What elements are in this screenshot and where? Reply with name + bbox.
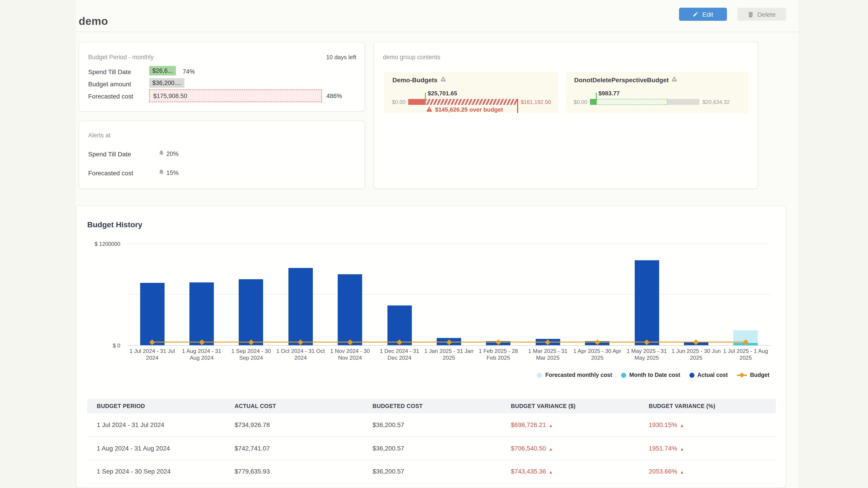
table-cell: 1 Aug 2024 - 31 Aug 2024 — [87, 445, 225, 452]
spend-marker — [596, 93, 597, 105]
legend-item-actual-cost[interactable]: Actual cost — [689, 372, 728, 378]
gauge-current-value: $983.77 — [598, 90, 620, 97]
x-axis-label: 1 Jun 2025 - 30 Jun 2025 — [671, 348, 721, 361]
variance-cell: $743,435.36▲ — [501, 468, 639, 475]
budget-line-swatch — [737, 372, 747, 378]
alert-spend-label: Spend Till Date — [88, 151, 131, 158]
budget-period-card: Budget Period - monthly 10 days left Spe… — [79, 42, 365, 111]
x-axis-label: 1 Mar 2025 - 31 Mar 2025 — [523, 348, 572, 361]
forecasted-cost-value: $175,908.50 — [149, 90, 322, 102]
budget-amount-value: $36,200.... — [149, 78, 184, 88]
delete-button[interactable]: Delete — [737, 8, 786, 21]
legend-dot — [689, 372, 694, 378]
legend-label: Month to Date cost — [629, 372, 680, 378]
forecasted-cost-label: Forecasted cost — [88, 93, 133, 100]
gauge-current-value: $25,701.65 — [428, 90, 457, 97]
table-row: 1 Sep 2024 - 30 Sep 2024$779,635.93$36,2… — [87, 460, 776, 483]
alert-forecast-value: 15% — [159, 169, 179, 176]
group-contents-title: demo group contents — [383, 54, 440, 61]
legend-item-budget[interactable]: Budget — [737, 372, 770, 378]
table-cell: $36,200.57 — [363, 468, 501, 475]
budget-history-table: BUDGET PERIOD ACTUAL COST BUDGETED COST … — [87, 399, 776, 483]
budget-history-chart: $ 1200000 $ 0 1 Jul 2024 - 31 Jul 20241 … — [76, 205, 786, 395]
table-cell: $36,200.57 — [363, 421, 501, 429]
forecast-overage-segment — [426, 99, 518, 105]
legend-label: Forecasted monthly cost — [545, 372, 612, 378]
x-axis-label: 1 Apr 2025 - 30 Apr 2025 — [572, 348, 622, 361]
legend-label: Budget — [750, 372, 770, 378]
header-divider — [76, 32, 798, 32]
col-header-budget-period: BUDGET PERIOD — [87, 403, 225, 410]
variance-cell: 1951.74%▲ — [639, 445, 775, 452]
gridline-mid — [127, 294, 770, 295]
table-cell: $734,926.78 — [225, 421, 363, 429]
up-arrow-icon: ▲ — [549, 424, 553, 428]
table-cell: 1 Sep 2024 - 30 Sep 2024 — [87, 468, 225, 475]
actual-cost-bar — [338, 274, 362, 345]
trash-icon — [748, 11, 754, 18]
hierarchy-icon — [440, 76, 446, 84]
gauge-donotdelete-budget[interactable]: DonotDeletePerspectiveBudget $983.77 $0.… — [566, 72, 749, 113]
col-header-budgeted-cost: BUDGETED COST — [363, 403, 501, 410]
legend-label: Actual cost — [698, 372, 728, 378]
variance-cell: 2053.66%▲ — [639, 468, 775, 475]
gridline-top — [127, 243, 770, 244]
budget-name[interactable]: Demo-Budgets — [393, 76, 437, 84]
up-arrow-icon: ▲ — [680, 447, 684, 451]
legend-item-forecasted-monthly-cost[interactable]: Forecasted monthly cost — [537, 372, 612, 378]
alerts-card: Alerts at Spend Till Date 20% Forecasted… — [79, 121, 365, 189]
bell-icon — [159, 169, 164, 176]
group-contents-card: demo group contents Demo-Budgets $25,701… — [373, 42, 758, 189]
actual-cost-bar — [387, 306, 412, 346]
table-header-row: BUDGET PERIOD ACTUAL COST BUDGETED COST … — [87, 399, 776, 414]
spend-segment — [590, 99, 596, 105]
gauge-demo-budgets[interactable]: Demo-Budgets $25,701.65 $0.00 $161,192.5… — [384, 72, 558, 113]
x-axis-label: 1 Oct 2024 - 31 Oct 2024 — [276, 348, 325, 361]
warning-icon — [427, 106, 432, 113]
budget-period-title: Budget Period - monthly — [88, 54, 154, 61]
table-cell: $779,635.93 — [225, 468, 363, 475]
forecasted-cost-percent: 486% — [327, 93, 342, 99]
table-cell: $36,200.57 — [363, 445, 501, 452]
gauge-max-label: $161,192.50 — [521, 99, 551, 105]
col-header-actual-cost: ACTUAL COST — [225, 403, 363, 410]
actual-cost-bar — [288, 268, 313, 345]
legend-dot — [621, 372, 626, 378]
bell-icon — [159, 150, 164, 157]
hierarchy-icon — [672, 76, 677, 84]
gauge-min-label: $0.00 — [574, 99, 587, 105]
gauge-bar — [408, 99, 518, 105]
y-tick-max: $ 1200000 — [76, 241, 120, 247]
legend-dot — [537, 372, 542, 378]
col-header-variance-usd: BUDGET VARIANCE ($) — [501, 403, 639, 410]
gauge-bar — [590, 99, 700, 105]
spend-till-date-value: $26,6... — [149, 66, 176, 75]
legend-item-month-to-date-cost[interactable]: Month to Date cost — [621, 372, 680, 378]
x-axis-label: 1 Jul 2024 - 31 Jul 2024 — [127, 348, 177, 361]
col-header-variance-pct: BUDGET VARIANCE (%) — [639, 403, 775, 410]
x-axis-label: 1 Sep 2024 - 30 Sep 2024 — [226, 348, 276, 361]
page-title: demo — [79, 15, 108, 28]
actual-cost-bar — [140, 283, 164, 345]
actual-cost-bar — [239, 279, 264, 345]
variance-cell: $706,540.50▲ — [501, 445, 639, 452]
table-cell: 1 Jul 2024 - 31 Jul 2024 — [87, 421, 225, 429]
table-body: 1 Jul 2024 - 31 Jul 2024$734,926.78$36,2… — [87, 414, 776, 483]
x-axis-label: 1 May 2025 - 31 May 2025 — [622, 348, 672, 361]
up-arrow-icon: ▲ — [680, 470, 684, 475]
over-budget-alert: $145,626.25 over budget — [384, 106, 545, 113]
gauge-max-label: $20,634.32 — [703, 99, 730, 105]
forecast-segment — [596, 99, 667, 105]
actual-cost-bar — [634, 260, 659, 345]
remaining-segment — [667, 99, 700, 105]
x-axis-label: 1 Jul 2025 - 1 Aug 2025 — [721, 348, 770, 361]
actual-cost-bar — [189, 282, 214, 345]
up-arrow-icon: ▲ — [549, 447, 553, 451]
edit-button[interactable]: Edit — [679, 8, 727, 21]
pencil-icon — [693, 11, 699, 17]
budget-amount-label: Budget amount — [88, 80, 131, 88]
budget-name[interactable]: DonotDeletePerspectiveBudget — [574, 76, 669, 84]
x-axis-label: 1 Dec 2024 - 31 Dec 2024 — [375, 348, 424, 361]
spend-marker — [425, 93, 426, 105]
gauge-min-label: $0.00 — [392, 99, 405, 105]
